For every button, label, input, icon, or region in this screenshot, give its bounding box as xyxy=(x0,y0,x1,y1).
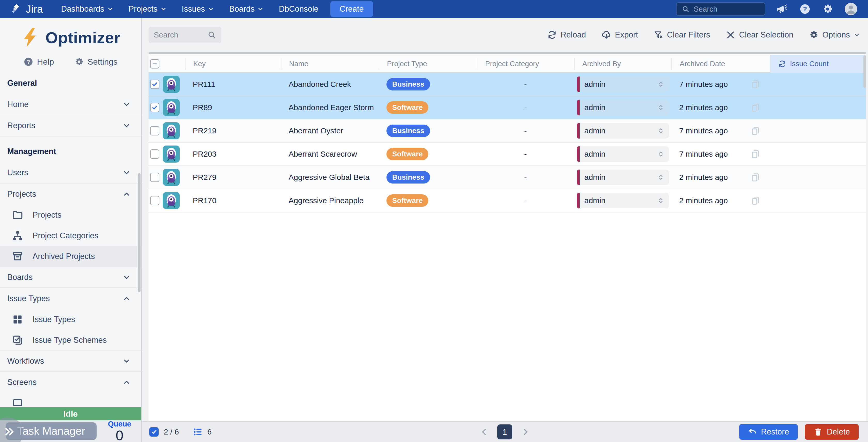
archived-date: 2 minutes ago xyxy=(679,173,728,182)
options-gear-icon xyxy=(809,30,819,40)
column-name[interactable]: Name xyxy=(281,58,379,70)
copy-icon[interactable] xyxy=(750,102,761,113)
sidebar-item-issue-type-schemes[interactable]: Issue Type Schemes xyxy=(0,330,141,351)
chevron-down-icon xyxy=(122,100,131,109)
select-all-checkbox[interactable] xyxy=(150,59,159,68)
options-button[interactable]: Options xyxy=(809,30,860,40)
project-category: - xyxy=(477,119,574,142)
project-key: PR219 xyxy=(185,119,281,142)
global-search[interactable] xyxy=(676,2,765,16)
row-checkbox[interactable] xyxy=(150,149,159,159)
project-type-badge: Business xyxy=(386,171,430,183)
row-checkbox[interactable] xyxy=(150,173,159,182)
archived-by-select[interactable]: admin xyxy=(577,77,669,92)
archived-by-select[interactable]: admin xyxy=(577,123,669,139)
current-page[interactable]: 1 xyxy=(497,424,512,439)
export-button[interactable]: Export xyxy=(601,30,638,40)
svg-text:?: ? xyxy=(27,59,30,65)
project-key: PR279 xyxy=(185,166,281,189)
copy-icon[interactable] xyxy=(750,126,761,136)
sidebar-item-archived-projects[interactable]: Archived Projects xyxy=(0,246,141,267)
nav-dashboards[interactable]: Dashboards xyxy=(61,4,114,14)
archived-by-select[interactable]: admin xyxy=(577,193,669,208)
chevron-down-icon xyxy=(257,6,264,12)
project-type-badge: Business xyxy=(386,125,430,137)
chevron-down-icon xyxy=(854,32,860,38)
sidebar-item-issue-types[interactable]: Issue Types xyxy=(0,309,141,330)
table-row[interactable]: PR219 Aberrant Oyster Business - admin 7… xyxy=(149,119,866,143)
copy-icon[interactable] xyxy=(750,149,761,159)
table-row[interactable]: PR170 Aggressive Pineapple Software - ad… xyxy=(149,189,866,212)
delete-button[interactable]: Delete xyxy=(805,424,859,440)
row-checkbox[interactable] xyxy=(150,196,159,205)
export-icon xyxy=(601,30,611,40)
sidebar-scrollbar[interactable] xyxy=(138,173,141,292)
sidebar-item-reports[interactable]: Reports xyxy=(0,115,141,137)
row-checkbox[interactable] xyxy=(150,80,159,89)
sidebar-item-issue-types-group[interactable]: Issue Types xyxy=(0,288,141,309)
sidebar-item-screens[interactable]: Screens xyxy=(0,372,141,393)
next-page-button[interactable] xyxy=(521,428,530,436)
archived-by-select[interactable]: admin xyxy=(577,100,669,115)
nav-projects[interactable]: Projects xyxy=(129,4,167,14)
reload-button[interactable]: Reload xyxy=(547,30,586,40)
nav-issues[interactable]: Issues xyxy=(182,4,214,14)
project-key: PR111 xyxy=(185,73,281,96)
column-project-category[interactable]: Project Category xyxy=(477,58,574,70)
selected-indicator-checkbox[interactable] xyxy=(149,427,159,437)
sidebar-item-project-categories[interactable]: Project Categories xyxy=(0,226,141,246)
table-row[interactable]: PR89 Abandoned Eager Storm Software - ad… xyxy=(149,96,866,119)
help-icon[interactable]: ? xyxy=(799,3,811,15)
vertical-scrollbar[interactable] xyxy=(863,55,866,88)
sidebar-settings[interactable]: Settings xyxy=(74,57,118,67)
table-footer: 2 / 6 6 1 Restore Delete xyxy=(142,421,868,442)
sidebar-item-projects-group[interactable]: Projects xyxy=(0,183,141,205)
archived-by-select[interactable]: admin xyxy=(577,146,669,162)
column-archived-date[interactable]: Archived Date xyxy=(672,58,770,70)
restore-button[interactable]: Restore xyxy=(739,424,798,440)
table-row[interactable]: PR279 Aggressive Global Beta Business - … xyxy=(149,166,866,189)
copy-icon[interactable] xyxy=(750,172,761,182)
column-issue-count[interactable]: Issue Count xyxy=(770,55,866,73)
sidebar-item-workflows[interactable]: Workflows xyxy=(0,351,141,372)
sidebar-item-projects[interactable]: Projects xyxy=(0,205,141,226)
sidebar-item-boards[interactable]: Boards xyxy=(0,267,141,288)
column-archived-by[interactable]: Archived By xyxy=(574,58,672,70)
double-chevron-icon xyxy=(657,197,665,204)
nav-boards[interactable]: Boards xyxy=(229,4,264,14)
search-icon xyxy=(208,30,216,39)
table-row[interactable]: PR111 Abandoned Creek Business - admin 7… xyxy=(149,73,866,96)
sidebar-item-users[interactable]: Users xyxy=(0,162,141,183)
sidebar-help[interactable]: ? Help xyxy=(24,57,54,67)
selected-count: 2 / 6 xyxy=(164,428,179,436)
global-search-input[interactable] xyxy=(693,5,755,13)
archived-date: 2 minutes ago xyxy=(679,103,728,112)
project-name: Abandoned Eager Storm xyxy=(281,96,379,119)
jira-logo[interactable]: Jira xyxy=(11,3,43,15)
copy-icon[interactable] xyxy=(750,79,761,89)
settings-gear-icon[interactable] xyxy=(822,3,833,15)
sitemap-icon xyxy=(12,230,23,241)
clear-filters-button[interactable]: Clear Filters xyxy=(654,30,710,40)
column-project-type[interactable]: Project Type xyxy=(379,58,477,70)
project-type-badge: Software xyxy=(386,195,428,207)
project-category: - xyxy=(477,73,574,96)
archived-by-select[interactable]: admin xyxy=(577,170,669,185)
list-icon xyxy=(193,427,203,437)
table-search-input[interactable] xyxy=(154,30,208,39)
nav-dbconsole[interactable]: DbConsole xyxy=(279,4,318,14)
announcement-icon[interactable] xyxy=(777,3,788,15)
horizontal-scrollbar[interactable] xyxy=(149,52,866,54)
table-row[interactable]: PR203 Aberrant Scarecrow Software - admi… xyxy=(149,143,866,166)
row-checkbox[interactable] xyxy=(150,126,159,136)
sidebar: Optimizer ? Help Settings General Home R… xyxy=(0,18,142,442)
user-avatar[interactable] xyxy=(845,3,857,15)
row-checkbox[interactable] xyxy=(150,103,159,112)
clear-selection-button[interactable]: Clear Selection xyxy=(726,30,793,40)
table-search[interactable] xyxy=(149,27,221,43)
sidebar-item-home[interactable]: Home xyxy=(0,94,141,115)
previous-page-button[interactable] xyxy=(480,428,489,436)
column-key[interactable]: Key xyxy=(185,58,281,70)
create-button[interactable]: Create xyxy=(331,1,373,17)
copy-icon[interactable] xyxy=(750,196,761,206)
